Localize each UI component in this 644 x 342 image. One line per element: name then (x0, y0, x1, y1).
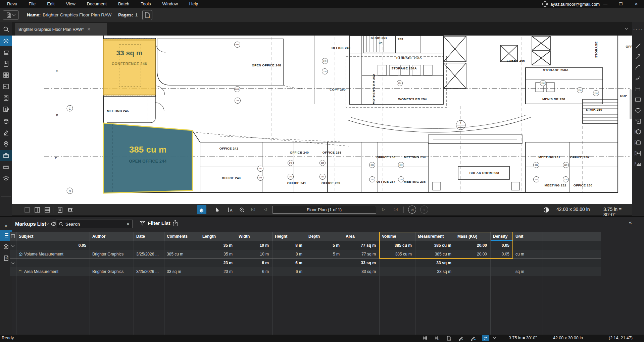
cell-measurement[interactable]: 33 sq m (418, 259, 451, 267)
cell-date[interactable]: 3/25/2026 ... (136, 267, 161, 276)
fit-page-icon[interactable] (55, 205, 65, 214)
clear-search-icon[interactable]: ✕ (126, 222, 130, 227)
column-header-width[interactable]: Width (239, 232, 271, 241)
properties-gear-icon[interactable] (0, 36, 12, 46)
cell-area[interactable]: 33 sq m (346, 259, 376, 267)
tab-close-icon[interactable]: ✕ (87, 27, 91, 32)
cell-length[interactable]: 35 m (202, 250, 233, 259)
spaces-icon[interactable] (0, 81, 12, 92)
menu-view[interactable]: View (60, 0, 81, 8)
volume-markup[interactable] (103, 123, 192, 193)
menu-help[interactable]: Help (184, 0, 204, 8)
layers-icon[interactable] (0, 173, 12, 184)
first-page-button[interactable]: |◁ (251, 207, 255, 212)
reuse-markup-toggle[interactable] (482, 335, 489, 341)
cell-length[interactable]: 35 m (202, 241, 233, 250)
cell-area[interactable]: 33 sq m (346, 267, 376, 276)
cell-width[interactable]: 6 m (239, 267, 269, 276)
previous-view-button[interactable]: ◁ (408, 206, 416, 214)
column-header-author[interactable]: Author (92, 232, 132, 241)
cell-area[interactable]: 77 sq m (346, 250, 376, 259)
file-access-icon[interactable] (0, 47, 12, 58)
add-page-button[interactable]: ＋ (142, 10, 152, 20)
select-all-checkbox[interactable]: − (11, 234, 15, 238)
filter-list-button[interactable]: Filter List (140, 220, 170, 226)
cell-comments[interactable]: 33 sq m (167, 267, 196, 276)
fit-width-icon[interactable] (65, 205, 75, 214)
arc-tool[interactable] (632, 62, 644, 72)
viewer-scrollbar[interactable] (630, 89, 632, 119)
select-text-tool[interactable]: A (225, 205, 235, 214)
places-pin-icon[interactable] (0, 139, 12, 150)
menu-document[interactable]: Document (81, 0, 112, 8)
cell-area[interactable]: 77 sq m (346, 241, 376, 250)
account-info[interactable]: ayaz.taimoor@gmail.com (542, 0, 600, 8)
cell-height[interactable]: 8 m (275, 241, 302, 250)
document-viewport[interactable]: OFFICE 249STAIR 251UP253OPEN OFFICE 248S… (12, 36, 632, 204)
snap-to-content-icon[interactable]: 5 (445, 335, 453, 341)
model-icon[interactable] (0, 116, 12, 127)
cell-depth[interactable]: 5 m (308, 250, 340, 259)
cell-author[interactable]: Brighter Graphics (92, 267, 130, 276)
previous-page-button[interactable]: ◁ (264, 207, 266, 212)
page-navigation-field[interactable]: Floor Plan (1 of 1) (272, 206, 376, 214)
line-tool[interactable] (632, 41, 644, 51)
polygon-tool[interactable] (632, 116, 644, 126)
bookmarks-icon[interactable] (0, 58, 12, 69)
restore-button[interactable]: ❐ (613, 0, 629, 8)
menu-revu[interactable]: Revu (1, 0, 23, 8)
expand-panels-icon[interactable]: » (0, 220, 12, 231)
column-header-subject[interactable]: Subject (19, 232, 88, 241)
menu-file[interactable]: File (23, 0, 41, 8)
cell-date[interactable]: 3/25/2026 ... (136, 250, 161, 259)
cell-author[interactable]: Brighter Graphics (92, 250, 130, 259)
ellipse-tool[interactable] (632, 105, 644, 115)
column-header-area[interactable]: Area (346, 232, 378, 241)
perimeter-measure-tool[interactable] (632, 159, 644, 169)
single-pane-icon[interactable] (22, 205, 32, 214)
cell-width[interactable]: 10 m (239, 241, 269, 250)
column-header-length[interactable]: Length (202, 232, 235, 241)
tab-floor-plan[interactable]: Brighter Graphics Floor Plan RAW* ✕ (15, 23, 107, 36)
pan-hand-tool[interactable] (197, 205, 206, 214)
last-page-button[interactable]: ▷| (394, 207, 398, 212)
tab-list-chevron-icon[interactable] (625, 26, 628, 30)
column-header-height[interactable]: Height (275, 232, 304, 241)
cell-unit[interactable]: sq m (515, 267, 539, 276)
document-switcher[interactable] (3, 10, 19, 20)
measurements-icon[interactable] (0, 162, 12, 172)
search-icon[interactable] (0, 24, 12, 35)
grid-icon[interactable] (421, 335, 429, 341)
menu-window[interactable]: Window (157, 0, 184, 8)
cell-unit[interactable]: cu m (515, 250, 539, 259)
cell-height[interactable]: 8 m (275, 250, 302, 259)
split-horizontal-icon[interactable] (43, 205, 52, 214)
split-vertical-icon[interactable] (33, 205, 42, 214)
volume-measure-tool[interactable] (632, 127, 644, 137)
toolbar-grip-icon[interactable]: • • • • (633, 28, 643, 32)
column-header-depth[interactable]: Depth (308, 232, 342, 241)
markups-table[interactable]: SubjectAuthorDateCommentsLengthWidthHeig… (10, 232, 601, 336)
status-options-chevron-icon[interactable] (493, 336, 496, 339)
cell-subject[interactable]: Volume Measurement (24, 250, 86, 259)
zoom-tool[interactable] (237, 205, 247, 214)
next-page-button[interactable]: ▷ (382, 207, 385, 212)
file-cabinet-icon[interactable] (0, 93, 12, 103)
cell-length[interactable]: 23 m (202, 259, 233, 267)
area-markup[interactable] (103, 39, 155, 95)
close-button[interactable]: ✕ (629, 0, 644, 8)
cell-height[interactable]: 6 m (275, 267, 302, 276)
table-row[interactable] (10, 259, 601, 267)
cell-height[interactable]: 6 m (275, 259, 302, 267)
minimize-button[interactable]: — (598, 0, 613, 8)
tool-chest-icon[interactable] (0, 150, 12, 161)
thumbnails-icon[interactable] (0, 70, 12, 80)
length-measure-tool[interactable] (632, 148, 644, 158)
collapse-panel-icon[interactable]: « (629, 219, 632, 225)
markup-summary-icon[interactable] (0, 104, 12, 115)
search-input[interactable] (65, 222, 124, 227)
next-view-button[interactable]: ▷ (420, 206, 428, 214)
rectangle-tool[interactable] (632, 95, 644, 105)
floor-plan-drawing[interactable]: OFFICE 249STAIR 251UP253OPEN OFFICE 248S… (12, 36, 632, 204)
menu-batch[interactable]: Batch (112, 0, 135, 8)
